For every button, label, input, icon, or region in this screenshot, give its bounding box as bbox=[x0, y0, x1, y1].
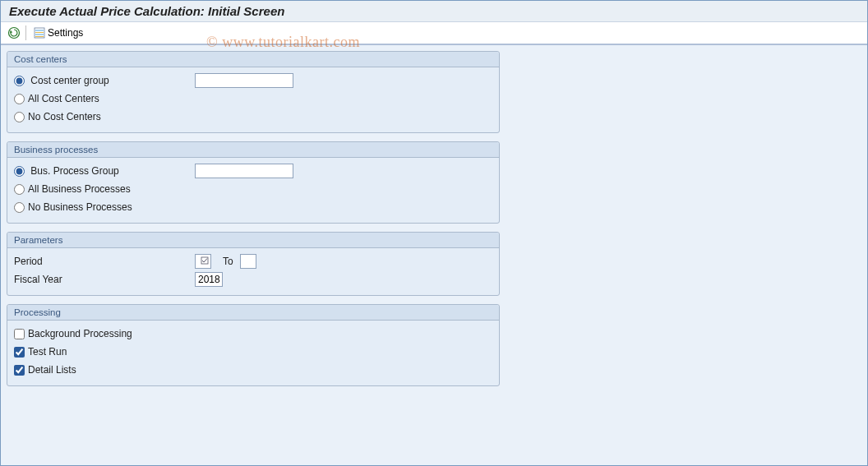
radio-no-business-processes[interactable]: No Business Processes bbox=[14, 201, 132, 213]
groupbox-header: Processing bbox=[7, 305, 499, 321]
radio-bus-process-group-input[interactable] bbox=[14, 166, 25, 177]
radio-all-cost-centers-input[interactable] bbox=[14, 94, 25, 104]
checkbox-label: Background Processing bbox=[28, 328, 132, 339]
content-area: Cost centers Cost center group All Cost … bbox=[1, 45, 867, 466]
period-label: Period bbox=[14, 256, 195, 267]
fiscal-year-label: Fiscal Year bbox=[14, 274, 195, 285]
cost-center-group-input[interactable] bbox=[195, 73, 293, 88]
radio-bus-process-group[interactable]: Bus. Process Group bbox=[14, 165, 195, 177]
fiscal-year-input[interactable] bbox=[195, 272, 223, 287]
checkbox-detail-lists[interactable]: Detail Lists bbox=[14, 364, 76, 376]
groupbox-business-processes: Business processes Bus. Process Group Al… bbox=[7, 141, 500, 224]
groupbox-header: Parameters bbox=[7, 233, 499, 248]
radio-all-cost-centers[interactable]: All Cost Centers bbox=[14, 93, 99, 104]
checkbox-detail-lists-input[interactable] bbox=[14, 365, 25, 376]
groupbox-parameters: Parameters Period To Fiscal Year bbox=[7, 232, 500, 296]
checkbox-background-processing-input[interactable] bbox=[14, 329, 25, 339]
checkbox-label: Detail Lists bbox=[28, 364, 76, 376]
radio-label: All Cost Centers bbox=[28, 93, 99, 104]
groupbox-processing: Processing Background Processing Test Ru… bbox=[7, 304, 500, 386]
radio-label: No Business Processes bbox=[28, 201, 132, 213]
checkbox-test-run-input[interactable] bbox=[14, 347, 25, 358]
settings-label: Settings bbox=[48, 27, 83, 39]
page-title: Execute Actual Price Calculation: Initia… bbox=[1, 1, 867, 22]
radio-label: No Cost Centers bbox=[28, 111, 101, 122]
checkbox-label: Test Run bbox=[28, 346, 67, 358]
groupbox-cost-centers: Cost centers Cost center group All Cost … bbox=[7, 51, 500, 133]
radio-all-business-processes-input[interactable] bbox=[14, 184, 25, 195]
radio-all-business-processes[interactable]: All Business Processes bbox=[14, 183, 131, 195]
radio-no-business-processes-input[interactable] bbox=[14, 202, 25, 213]
toolbar-separator bbox=[25, 25, 26, 40]
groupbox-header: Cost centers bbox=[7, 52, 499, 67]
period-from-input[interactable] bbox=[195, 254, 211, 269]
to-label: To bbox=[211, 256, 240, 267]
toolbar: Settings bbox=[1, 22, 867, 45]
bus-process-group-input[interactable] bbox=[195, 164, 293, 178]
checkbox-test-run[interactable]: Test Run bbox=[14, 346, 67, 358]
radio-no-cost-centers-input[interactable] bbox=[14, 112, 25, 122]
groupbox-header: Business processes bbox=[7, 142, 499, 158]
radio-cost-center-group-input[interactable] bbox=[14, 76, 25, 86]
list-icon bbox=[34, 27, 45, 39]
execute-icon[interactable] bbox=[7, 26, 21, 39]
radio-label: Bus. Process Group bbox=[30, 165, 118, 177]
radio-no-cost-centers[interactable]: No Cost Centers bbox=[14, 111, 101, 122]
radio-label: All Business Processes bbox=[28, 183, 131, 195]
checkbox-background-processing[interactable]: Background Processing bbox=[14, 328, 132, 339]
radio-label: Cost center group bbox=[30, 75, 108, 86]
radio-cost-center-group[interactable]: Cost center group bbox=[14, 75, 195, 86]
period-to-input[interactable] bbox=[240, 254, 256, 269]
settings-button[interactable]: Settings bbox=[30, 25, 87, 40]
